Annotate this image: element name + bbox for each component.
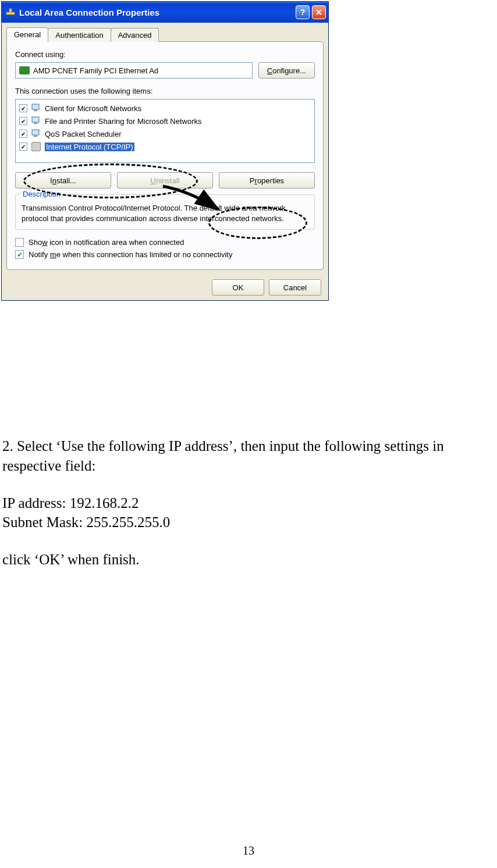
tab-authentication[interactable]: Authentication: [48, 28, 111, 42]
service-icon: [31, 129, 41, 139]
description-group: Description Transmission Control Protoco…: [15, 194, 315, 230]
finish-line: click ‘OK’ when finish.: [2, 550, 495, 570]
notify-checkbox[interactable]: [15, 250, 24, 259]
list-item[interactable]: File and Printer Sharing for Microsoft N…: [17, 115, 313, 127]
list-item[interactable]: Client for Microsoft Networks: [17, 102, 313, 115]
adapter-name: AMD PCNET Family PCI Ethernet Ad: [33, 66, 158, 75]
dialog-title: Local Area Connection Properties: [19, 8, 293, 17]
checkbox[interactable]: [19, 104, 27, 112]
help-button[interactable]: ?: [296, 5, 310, 19]
item-label: Internet Protocol (TCP/IP): [45, 143, 134, 151]
properties-button[interactable]: Properties: [219, 172, 315, 188]
svg-rect-2: [32, 104, 39, 109]
dialog-footer: OK Cancel: [2, 275, 328, 300]
ok-button[interactable]: OK: [212, 279, 264, 296]
uninstall-button: Uninstall: [117, 172, 213, 188]
connection-properties-dialog: Local Area Connection Properties ? ✕ Gen…: [1, 1, 329, 301]
tab-advanced[interactable]: Advanced: [111, 28, 159, 42]
item-label: Client for Microsoft Networks: [45, 104, 141, 113]
system-icon: [5, 7, 16, 17]
list-item-selected[interactable]: Internet Protocol (TCP/IP): [17, 140, 313, 153]
nic-icon: [19, 66, 30, 74]
close-button[interactable]: ✕: [312, 5, 326, 19]
item-label: QoS Packet Scheduler: [45, 130, 122, 138]
svg-rect-7: [34, 136, 37, 137]
svg-rect-0: [6, 12, 15, 15]
svg-rect-1: [9, 9, 12, 12]
svg-rect-6: [32, 130, 39, 135]
configure-button[interactable]: Configure...: [258, 62, 315, 79]
client-icon: [31, 103, 41, 113]
instruction-text: 2. Select ‘Use the following IP address’…: [0, 436, 497, 570]
description-legend: Description: [20, 190, 63, 198]
protocol-icon: [31, 141, 41, 152]
notify-row[interactable]: Notify me when this connection has limit…: [15, 250, 315, 259]
step-text: 2. Select ‘Use the following IP address’…: [2, 436, 495, 476]
tab-strip: General Authentication Advanced: [6, 27, 324, 42]
adapter-field[interactable]: AMD PCNET Family PCI Ethernet Ad: [15, 62, 253, 79]
mask-line: Subnet Mask: 255.255.255.0: [2, 513, 495, 532]
connect-using-label: Connect using:: [15, 50, 315, 59]
cancel-button[interactable]: Cancel: [269, 279, 321, 296]
items-listbox[interactable]: Client for Microsoft Networks File and P…: [15, 99, 315, 163]
notify-label: Notify me when this connection has limit…: [29, 250, 232, 259]
item-label: File and Printer Sharing for Microsoft N…: [45, 117, 201, 126]
install-button[interactable]: Install...: [15, 172, 111, 188]
svg-rect-4: [32, 117, 39, 122]
show-icon-label: Show icon in notification area when conn…: [29, 238, 184, 247]
list-item[interactable]: QoS Packet Scheduler: [17, 127, 313, 140]
svg-rect-5: [34, 123, 37, 124]
show-icon-checkbox[interactable]: [15, 238, 24, 247]
service-icon: [31, 116, 41, 126]
show-icon-row[interactable]: Show icon in notification area when conn…: [15, 238, 315, 247]
page-number: 13: [0, 844, 497, 858]
checkbox[interactable]: [19, 117, 27, 125]
svg-rect-3: [34, 110, 37, 111]
titlebar[interactable]: Local Area Connection Properties ? ✕: [2, 2, 328, 23]
checkbox[interactable]: [19, 143, 27, 151]
tab-body: Connect using: AMD PCNET Family PCI Ethe…: [6, 41, 324, 270]
items-label: This connection uses the following items…: [15, 87, 315, 95]
description-text: Transmission Control Protocol/Internet P…: [22, 203, 308, 223]
checkbox[interactable]: [19, 130, 27, 138]
ip-line: IP address: 192.168.2.2: [2, 493, 495, 513]
tab-general[interactable]: General: [6, 27, 48, 42]
